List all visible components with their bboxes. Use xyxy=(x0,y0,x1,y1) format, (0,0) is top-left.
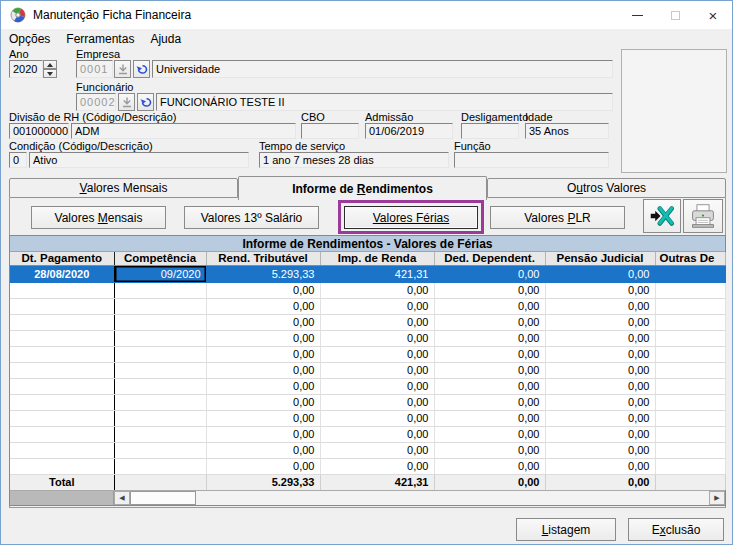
funcionario-undo-button[interactable] xyxy=(137,93,154,111)
grid-cell[interactable]: 0,00 xyxy=(434,298,545,314)
menu-opcoes[interactable]: Opções xyxy=(1,30,58,48)
print-button[interactable] xyxy=(683,199,723,233)
grid-cell[interactable] xyxy=(10,282,114,298)
grid-cell[interactable]: 28/08/2020 xyxy=(10,265,114,282)
grid-cell[interactable]: 0,00 xyxy=(434,282,545,298)
menu-ajuda[interactable]: Ajuda xyxy=(142,30,189,48)
grid-cell[interactable]: 0,00 xyxy=(320,442,434,458)
grid-cell[interactable] xyxy=(10,442,114,458)
grid-cell[interactable] xyxy=(114,362,206,378)
grid-cell[interactable]: 0,00 xyxy=(545,314,655,330)
minimize-button[interactable] xyxy=(618,1,656,29)
tab-valores-mensais[interactable]: Valores Mensais xyxy=(9,178,238,198)
empresa-code-input[interactable]: 0001 xyxy=(76,60,113,78)
grid-cell[interactable]: 0,00 xyxy=(545,362,655,378)
grid-row-selected[interactable]: 28/08/202009/20205.293,33421,310,000,00 xyxy=(10,265,725,282)
scroll-right-button[interactable]: ▶ xyxy=(709,491,725,505)
listagem-button[interactable]: Listagem xyxy=(516,518,616,541)
grid-cell[interactable] xyxy=(10,362,114,378)
grid-cell[interactable] xyxy=(655,378,725,394)
menu-ferramentas[interactable]: Ferramentas xyxy=(58,30,142,48)
grid-cell[interactable]: 0,00 xyxy=(320,298,434,314)
grid-cell[interactable] xyxy=(114,330,206,346)
grid-cell[interactable]: 0,00 xyxy=(206,346,320,362)
grid-cell[interactable]: 0,00 xyxy=(320,314,434,330)
grid-cell[interactable]: 0,00 xyxy=(545,426,655,442)
grid-cell[interactable]: 0,00 xyxy=(206,442,320,458)
grid-cell[interactable]: 421,31 xyxy=(320,265,434,282)
grid-cell[interactable] xyxy=(114,426,206,442)
grid-cell[interactable]: 0,00 xyxy=(545,282,655,298)
grid-cell[interactable]: 0,00 xyxy=(545,346,655,362)
grid-cell[interactable]: 0,00 xyxy=(434,442,545,458)
grid-row[interactable]: 0,000,000,000,00 xyxy=(10,410,725,426)
grid-cell[interactable]: 0,00 xyxy=(545,330,655,346)
grid-cell[interactable]: 0,00 xyxy=(320,426,434,442)
excel-export-button[interactable] xyxy=(643,199,681,233)
grid-cell[interactable]: 0,00 xyxy=(320,378,434,394)
grid-row[interactable]: 0,000,000,000,00 xyxy=(10,442,725,458)
grid-cell[interactable]: 0,00 xyxy=(320,410,434,426)
grid-cell[interactable]: 0,00 xyxy=(206,458,320,474)
funcionario-dropdown-button[interactable] xyxy=(118,93,135,111)
grid-cell[interactable]: 0,00 xyxy=(545,442,655,458)
grid-cell[interactable] xyxy=(10,394,114,410)
valores-mensais-button[interactable]: Valores Mensais xyxy=(31,206,166,229)
grid-cell[interactable] xyxy=(655,442,725,458)
tab-informe-rendimentos[interactable]: Informe de Rendimentos xyxy=(238,176,487,200)
grid-cell[interactable]: 0,00 xyxy=(434,410,545,426)
scrollbar-track[interactable] xyxy=(196,491,709,505)
grid-cell[interactable] xyxy=(655,426,725,442)
grid-cell[interactable] xyxy=(655,346,725,362)
grid-cell[interactable]: 0,00 xyxy=(320,362,434,378)
grid-cell[interactable] xyxy=(655,458,725,474)
grid-row[interactable]: 0,000,000,000,00 xyxy=(10,378,725,394)
grid-row[interactable]: 0,000,000,000,00 xyxy=(10,330,725,346)
grid-cell[interactable]: 0,00 xyxy=(206,426,320,442)
funcionario-code-input[interactable]: 00002 xyxy=(76,93,116,111)
grid-cell[interactable]: 0,00 xyxy=(434,426,545,442)
scroll-left-button[interactable]: ◀ xyxy=(114,491,130,505)
grid-cell[interactable] xyxy=(10,378,114,394)
grid-cell[interactable] xyxy=(114,378,206,394)
exclusao-button[interactable]: Exclusão xyxy=(628,518,724,541)
grid-row[interactable]: 0,000,000,000,00 xyxy=(10,314,725,330)
grid-cell[interactable]: 0,00 xyxy=(434,458,545,474)
tab-outros-valores[interactable]: Outros Valores xyxy=(487,178,726,198)
grid-cell[interactable]: 0,00 xyxy=(545,410,655,426)
grid-cell[interactable]: 0,00 xyxy=(320,330,434,346)
grid-cell[interactable] xyxy=(10,346,114,362)
grid-cell[interactable] xyxy=(655,265,725,282)
grid-cell[interactable] xyxy=(114,346,206,362)
grid-cell[interactable]: 0,00 xyxy=(206,298,320,314)
grid-cell[interactable]: 0,00 xyxy=(434,265,545,282)
grid-row[interactable]: 0,000,000,000,00 xyxy=(10,426,725,442)
grid-cell[interactable] xyxy=(114,282,206,298)
grid-cell[interactable]: 0,00 xyxy=(206,410,320,426)
grid-cell[interactable]: 0,00 xyxy=(206,330,320,346)
close-button[interactable]: × xyxy=(694,1,732,29)
valores-ferias-button[interactable]: Valores Férias xyxy=(344,206,478,229)
grid-cell[interactable] xyxy=(10,330,114,346)
grid-row[interactable]: 0,000,000,000,00 xyxy=(10,298,725,314)
grid-cell[interactable] xyxy=(114,410,206,426)
grid-row[interactable]: 0,000,000,000,00 xyxy=(10,362,725,378)
grid-cell[interactable] xyxy=(114,394,206,410)
grid-cell[interactable]: 0,00 xyxy=(320,394,434,410)
grid-cell[interactable]: 0,00 xyxy=(320,282,434,298)
grid-cell[interactable]: 0,00 xyxy=(206,378,320,394)
grid-cell[interactable] xyxy=(655,410,725,426)
grid-cell[interactable]: 0,00 xyxy=(545,298,655,314)
grid-cell[interactable] xyxy=(114,458,206,474)
grid-cell[interactable]: 5.293,33 xyxy=(206,265,320,282)
grid-cell[interactable]: 0,00 xyxy=(545,394,655,410)
grid-row[interactable]: 0,000,000,000,00 xyxy=(10,394,725,410)
grid-cell[interactable]: 0,00 xyxy=(320,346,434,362)
grid-cell[interactable] xyxy=(655,394,725,410)
grid-cell[interactable] xyxy=(655,314,725,330)
grid-cell[interactable]: 0,00 xyxy=(545,378,655,394)
grid-cell[interactable] xyxy=(10,314,114,330)
grid-cell[interactable]: 0,00 xyxy=(434,314,545,330)
empresa-dropdown-button[interactable] xyxy=(114,60,131,78)
valores-13-salario-button[interactable]: Valores 13º Salário xyxy=(184,206,319,229)
